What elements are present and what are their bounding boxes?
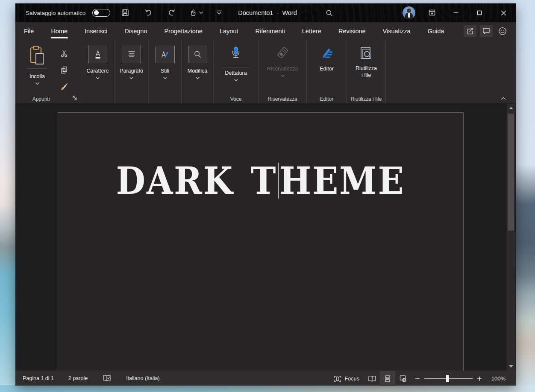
tab-home[interactable]: Home	[42, 22, 76, 40]
editor-pen-icon	[319, 46, 335, 63]
format-painter-button[interactable]	[59, 82, 69, 91]
tab-visualizza[interactable]: Visualizza	[374, 22, 419, 40]
scroll-down-arrow[interactable]	[507, 363, 515, 370]
zoom-slider-thumb[interactable]	[446, 375, 449, 382]
group-riutilizza-file: Riutilizzai file Riutilizza i file	[347, 40, 386, 103]
web-layout-button[interactable]	[395, 371, 411, 386]
close-button[interactable]	[497, 3, 510, 22]
chevron-down-icon	[234, 79, 238, 82]
reuse-files-icon	[359, 46, 374, 63]
document-page[interactable]: DARK THEME	[58, 112, 464, 371]
document-canvas: DARK THEME	[15, 104, 516, 371]
read-mode-icon	[367, 375, 377, 382]
zoom-slider[interactable]	[424, 371, 473, 386]
focus-mode-button[interactable]: Focus	[328, 371, 365, 386]
paragraph-label: Paragrafo	[120, 68, 143, 75]
reuse-files-button[interactable]: Riutilizzai file	[347, 46, 385, 79]
read-mode-button[interactable]	[365, 371, 380, 386]
minimize-button[interactable]	[450, 3, 462, 22]
print-layout-button[interactable]	[380, 371, 395, 386]
group-riservatezza: Riservatezza Riservatezza	[259, 40, 307, 103]
editing-button[interactable]: Modifica	[182, 46, 213, 79]
maximize-icon	[477, 10, 482, 15]
language-indicator[interactable]: Italiano (Italia)	[119, 371, 167, 386]
proofing-status[interactable]	[95, 371, 119, 386]
font-label: Carattere	[86, 68, 109, 75]
print-layout-icon	[383, 375, 392, 383]
search-button[interactable]	[323, 3, 335, 22]
zoom-level[interactable]: 100%	[491, 375, 506, 382]
split-button-divider	[27, 68, 47, 69]
tab-riferimenti[interactable]: Riferimenti	[247, 22, 293, 40]
paragraph-settings-icon	[122, 46, 141, 63]
text-before-caret: DARK T	[116, 158, 277, 203]
dialog-launcher-appunti[interactable]	[72, 95, 78, 101]
tab-progettazione[interactable]: Progettazione	[156, 22, 211, 40]
chevron-down-icon	[281, 75, 285, 77]
zoom-out-button[interactable]	[415, 376, 420, 381]
vertical-scrollbar[interactable]	[507, 104, 515, 371]
reuse-label-line1: Riutilizza	[356, 65, 377, 71]
quick-access-customize-button[interactable]	[213, 3, 226, 22]
minimize-icon	[453, 10, 459, 15]
group-voce: Dettatura Voce	[214, 40, 259, 103]
split-button-divider	[223, 67, 249, 67]
zoom-in-button[interactable]	[477, 376, 482, 381]
group-editor: Editor Editor	[307, 40, 347, 103]
comments-button[interactable]	[480, 25, 493, 37]
scroll-up-arrow[interactable]	[507, 105, 515, 111]
feedback-button[interactable]	[496, 25, 509, 37]
chevron-down-icon	[196, 77, 200, 79]
proofing-book-icon	[102, 374, 112, 382]
save-button[interactable]	[119, 3, 132, 22]
paste-label: Incolla	[29, 73, 45, 80]
tab-guida[interactable]: Guida	[419, 22, 453, 40]
redo-button[interactable]	[165, 3, 178, 22]
close-icon	[501, 10, 506, 16]
focus-icon	[333, 375, 342, 382]
font-button[interactable]: Carattere	[81, 46, 114, 79]
chevron-down-icon	[96, 77, 100, 79]
group-caption-appunti: Appunti	[15, 96, 67, 102]
styles-icon	[156, 46, 175, 63]
tabs-right-cluster	[464, 22, 509, 40]
tab-disegno[interactable]: Disegno	[116, 22, 156, 40]
styles-button[interactable]: Stili	[149, 46, 181, 79]
group-carattere: Carattere	[81, 40, 115, 103]
share-icon	[466, 27, 474, 35]
tab-revisione[interactable]: Revisione	[330, 22, 374, 40]
share-button[interactable]	[464, 25, 476, 37]
cut-button[interactable]	[59, 49, 69, 58]
wallpaper-right-strip	[514, 0, 535, 392]
window-arrow-up-icon	[428, 9, 436, 17]
toggle-knob	[94, 10, 99, 15]
ink-mode-button[interactable]	[187, 3, 204, 22]
editor-button[interactable]: Editor	[307, 46, 347, 73]
tab-file[interactable]: File	[15, 22, 42, 40]
sensitivity-button: Riservatezza	[259, 46, 306, 77]
scrollbar-thumb[interactable]	[508, 114, 514, 231]
autosave-toggle[interactable]	[92, 9, 110, 17]
dictate-button[interactable]: Dettatura	[214, 46, 258, 82]
collapse-ribbon-button[interactable]	[500, 95, 507, 102]
focus-label: Focus	[345, 376, 359, 382]
editing-label: Modifica	[188, 68, 208, 75]
paste-button[interactable]: Incolla	[26, 45, 48, 85]
copy-button[interactable]	[59, 65, 69, 75]
page-indicator[interactable]: Pagina 1 di 1	[15, 371, 61, 386]
word-count[interactable]: 2 parole	[61, 371, 95, 386]
avatar-head	[407, 9, 411, 13]
ribbon-display-options-button[interactable]	[426, 3, 438, 22]
undo-button[interactable]	[142, 3, 155, 22]
paste-clipboard-icon	[29, 45, 45, 66]
account-avatar[interactable]	[403, 6, 415, 19]
scissors-icon	[60, 49, 68, 58]
status-bar: Pagina 1 di 1 2 parole Italiano (Italia)…	[15, 371, 516, 386]
tab-layout[interactable]: Layout	[211, 22, 247, 40]
group-caption-voce: Voce	[214, 96, 258, 102]
minus-icon	[415, 376, 420, 381]
paragraph-button[interactable]: Paragrafo	[115, 46, 148, 79]
maximize-button[interactable]	[473, 3, 486, 22]
tab-lettere[interactable]: Lettere	[294, 22, 330, 40]
tab-inserisci[interactable]: Inserisci	[76, 22, 116, 40]
